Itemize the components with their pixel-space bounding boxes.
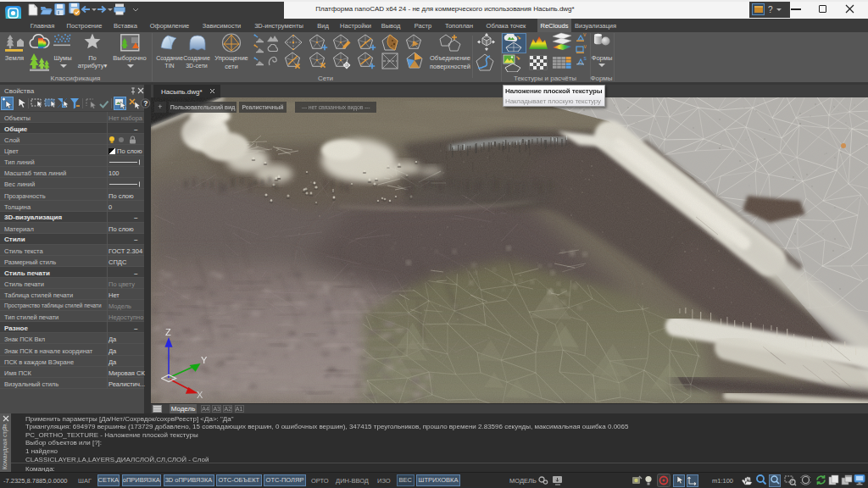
svg-text:Z: Z bbox=[165, 327, 171, 337]
svg-text:Y: Y bbox=[201, 355, 208, 365]
svg-text:?: ? bbox=[143, 99, 147, 108]
svg-text:S: S bbox=[584, 57, 587, 61]
svg-text:X: X bbox=[197, 390, 203, 400]
svg-text:V: V bbox=[583, 33, 587, 37]
svg-text:V: V bbox=[584, 45, 587, 49]
